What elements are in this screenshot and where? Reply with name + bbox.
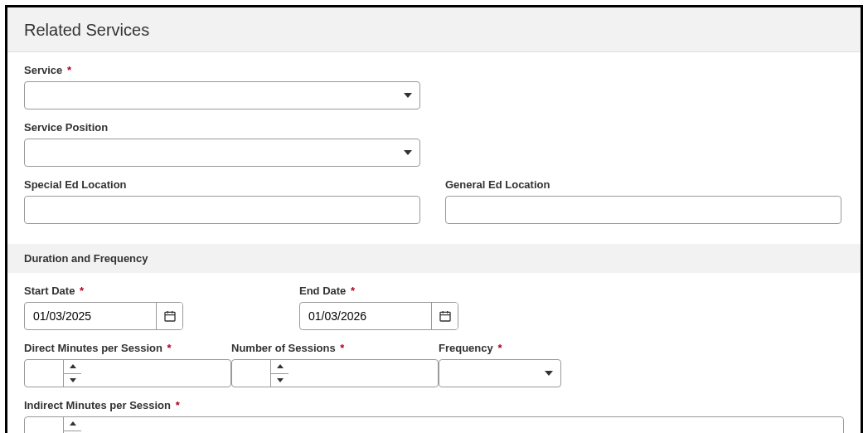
- indirect-minutes-label: Indirect Minutes per Session *: [24, 399, 844, 411]
- end-date-calendar-button[interactable]: [431, 303, 458, 329]
- service-select-wrap: [24, 81, 420, 109]
- chevron-up-icon: [70, 421, 76, 426]
- indirect-minutes-stepper: [24, 416, 844, 433]
- calendar-icon: [163, 309, 177, 323]
- frequency-select-wrap: [439, 359, 561, 387]
- direct-minutes-input[interactable]: [25, 360, 63, 387]
- frequency-label: Frequency *: [439, 342, 646, 354]
- end-date-label: End Date *: [299, 285, 458, 297]
- indirect-minutes-field: Indirect Minutes per Session *: [24, 399, 844, 433]
- service-position-select[interactable]: [24, 139, 420, 167]
- indirect-minutes-input[interactable]: [25, 417, 63, 433]
- number-of-sessions-stepper: [231, 359, 439, 387]
- end-date-input[interactable]: [300, 303, 431, 329]
- svg-rect-4: [440, 312, 450, 321]
- start-date-field: Start Date *: [24, 285, 183, 330]
- duration-frequency-title: Duration and Frequency: [24, 252, 844, 265]
- related-services-panel: Related Services Service * Service Posit…: [5, 5, 863, 433]
- chevron-up-icon: [277, 364, 284, 368]
- service-select[interactable]: [24, 81, 420, 109]
- direct-minutes-increment[interactable]: [64, 360, 81, 374]
- direct-minutes-field: Direct Minutes per Session *: [24, 342, 231, 387]
- general-ed-location-label: General Ed Location: [445, 178, 841, 191]
- general-ed-location-field: General Ed Location: [445, 178, 841, 224]
- special-ed-location-field: Special Ed Location: [24, 178, 420, 224]
- number-of-sessions-input[interactable]: [232, 360, 270, 387]
- start-date-calendar-button[interactable]: [156, 303, 182, 329]
- special-ed-location-label: Special Ed Location: [24, 178, 420, 191]
- number-of-sessions-field: Number of Sessions *: [231, 342, 439, 387]
- start-date-input-wrap: [24, 302, 183, 330]
- service-field: Service *: [24, 64, 420, 109]
- chevron-down-icon: [277, 378, 284, 382]
- service-position-select-wrap: [24, 139, 420, 167]
- end-date-field: End Date *: [299, 285, 458, 330]
- svg-rect-0: [165, 312, 175, 321]
- number-of-sessions-increment[interactable]: [271, 360, 289, 374]
- special-ed-location-input[interactable]: [24, 196, 420, 224]
- chevron-up-icon: [70, 364, 76, 368]
- duration-frequency-section: Start Date *: [7, 273, 861, 433]
- service-position-label: Service Position: [24, 121, 420, 134]
- frequency-select[interactable]: [439, 359, 561, 387]
- direct-minutes-stepper: [24, 359, 231, 387]
- number-of-sessions-label: Number of Sessions *: [231, 342, 439, 354]
- chevron-down-icon: [70, 378, 76, 382]
- end-date-input-wrap: [299, 302, 458, 330]
- indirect-minutes-spin-buttons: [63, 417, 81, 433]
- duration-frequency-header: Duration and Frequency: [7, 244, 861, 273]
- frequency-field: Frequency *: [439, 342, 646, 387]
- general-ed-location-input[interactable]: [445, 196, 841, 224]
- number-of-sessions-decrement[interactable]: [271, 374, 289, 387]
- indirect-minutes-increment[interactable]: [64, 417, 81, 431]
- services-section: Service * Service Position Special: [7, 52, 861, 244]
- page-title: Related Services: [24, 21, 844, 40]
- calendar-icon: [439, 309, 452, 323]
- number-of-sessions-spin-buttons: [270, 360, 289, 387]
- start-date-label: Start Date *: [24, 285, 183, 297]
- direct-minutes-label: Direct Minutes per Session *: [24, 342, 231, 354]
- panel-header: Related Services: [7, 7, 861, 52]
- service-position-field: Service Position: [24, 121, 420, 167]
- direct-minutes-decrement[interactable]: [64, 374, 81, 387]
- direct-minutes-spin-buttons: [63, 360, 81, 387]
- start-date-input[interactable]: [25, 303, 156, 329]
- service-label: Service *: [24, 64, 420, 76]
